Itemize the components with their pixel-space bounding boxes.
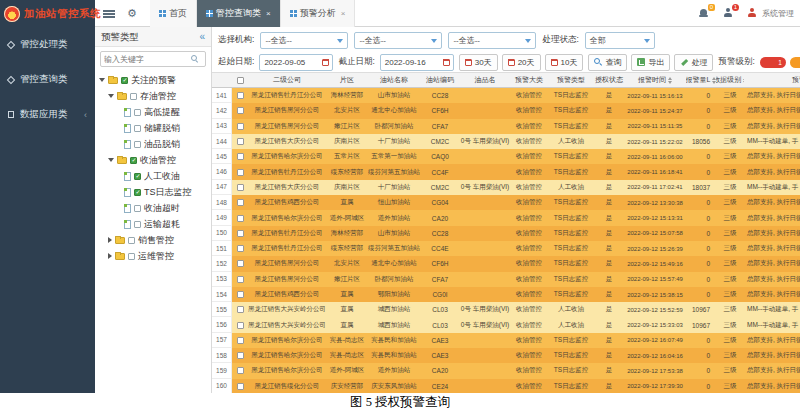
org-select-1[interactable]: --全选-- [260, 32, 348, 49]
row-checkbox[interactable] [237, 367, 244, 374]
tree-checkbox[interactable] [134, 173, 141, 180]
tab-管控查询类[interactable]: 管控查询类× [197, 0, 281, 27]
column-header-category[interactable]: 预警大类 [510, 73, 548, 87]
hamburger-menu-icon[interactable] [103, 10, 115, 18]
row-checkbox[interactable] [237, 260, 244, 267]
column-header-district[interactable]: 片区 [326, 73, 368, 87]
tree-node-油品脱销[interactable]: 油品脱销 [95, 136, 211, 152]
start-date-input[interactable]: 2022-09-05 [259, 54, 333, 71]
alert-level-pill-1[interactable]: 1 [760, 57, 786, 68]
tree-search-input[interactable] [104, 55, 189, 64]
row-checkbox[interactable] [237, 138, 244, 145]
alert-level-pill-2[interactable]: 2 [790, 57, 800, 68]
tree-node-人工收油[interactable]: 人工收油 [95, 168, 211, 184]
table-row[interactable]: 157黑龙江销售哈尔滨分公司宾县-尚志区宾县民和加油站CAE3收油管控TS日志监… [212, 333, 800, 348]
tree-checkbox[interactable] [121, 77, 128, 84]
tree-checkbox[interactable] [134, 221, 141, 228]
row-checkbox[interactable] [237, 184, 244, 191]
column-header-time[interactable]: 报警时间 [624, 73, 686, 87]
table-row[interactable]: 158黑龙江销售哈尔滨分公司宾县-尚志区宾县民和加油站CAE3收油管控TS日志监… [212, 348, 800, 363]
close-icon[interactable]: × [266, 9, 271, 18]
chevron-left-icon[interactable]: ‹ [84, 110, 87, 120]
table-row[interactable]: 160黑龙江销售绥化分公司庆安经营部庆安东风加油站CE24收油管控TS日志监控是… [212, 379, 800, 393]
row-checkbox[interactable] [237, 123, 244, 130]
导出-button[interactable]: 导出 [631, 54, 670, 71]
account-menu[interactable]: 系统管理 [747, 8, 794, 19]
range-button-20天[interactable]: 20天 [502, 54, 541, 71]
tree-checkbox[interactable] [134, 109, 141, 116]
table-row[interactable]: 142黑龙江销售黑河分公司北安片区通北中心加油站CF6H收油管控TS日志监控是2… [212, 103, 800, 118]
collapsed-arrow-icon[interactable] [108, 237, 112, 243]
column-header-company[interactable]: 二级公司 [248, 73, 326, 87]
notifications-button[interactable]: 0 [699, 8, 710, 19]
table-row[interactable]: 150黑龙江销售牡丹江分公司海林经营部山市加油站CC28收油管控TS日志监控是2… [212, 226, 800, 241]
column-header-volume[interactable]: 报警量L [686, 73, 716, 87]
table-row[interactable]: 144黑龙江销售大庆分公司庆南片区十厂加油站CM2C0号 车用柴油(VI)收油管… [212, 134, 800, 149]
row-checkbox[interactable] [237, 337, 244, 344]
table-row[interactable]: 145黑龙江销售哈尔滨分公司五常片区五常第一加油站CAQ0收油管控TS日志监控是… [212, 149, 800, 164]
table-row[interactable]: 146黑龙江销售牡丹江分公司绥东经营部绥芬河第五加油站CC4F收油管控TS日志监… [212, 164, 800, 179]
table-row[interactable]: 151黑龙江销售牡丹江分公司绥东经营部绥芬河第五加油站CC4E收油管控TS日志监… [212, 241, 800, 256]
table-row[interactable]: 159黑龙江销售哈尔滨分公司道外-阿城区道外加油站CA20收油管控TS日志监控是… [212, 363, 800, 378]
tree-node-储罐脱销[interactable]: 储罐脱销 [95, 120, 211, 136]
column-header-auth[interactable]: 授权状态 [594, 73, 624, 87]
close-icon[interactable]: × [341, 9, 346, 18]
column-header-code[interactable]: 油站编码 [420, 73, 460, 87]
tree-node-收油超时[interactable]: 收油超时 [95, 200, 211, 216]
tree-node-运维管控[interactable]: 运维管控 [95, 248, 211, 264]
table-row[interactable]: 156黑龙江销售大兴安岭分公司直属城西加油站CL030号 车用柴油(VI)收油管… [212, 317, 800, 332]
table-row[interactable]: 154黑龙江销售鸡西分公司直属鄂阳加油站CG0I收油管控TS日志监控是2022-… [212, 287, 800, 302]
row-checkbox[interactable] [237, 107, 244, 114]
tree-checkbox[interactable] [130, 93, 137, 100]
table-row[interactable]: 153黑龙江销售黑河分公司嫩江片区卧都河加油站CFA7收油管控TS日志监控是20… [212, 272, 800, 287]
table-row[interactable]: 143黑龙江销售黑河分公司嫩江片区卧都河加油站CFA7收油管控TS日志监控是20… [212, 119, 800, 134]
查询-button[interactable]: 查询 [588, 54, 627, 71]
column-header-type[interactable]: 预警类型 [548, 73, 594, 87]
range-button-30天[interactable]: 30天 [459, 54, 498, 71]
range-button-10天[interactable]: 10天 [545, 54, 584, 71]
row-checkbox[interactable] [237, 245, 244, 252]
tree-node-销售管控[interactable]: 销售管控 [95, 232, 211, 248]
end-date-input[interactable]: 2022-09-16 [380, 54, 454, 71]
row-checkbox[interactable] [237, 383, 244, 390]
gear-icon[interactable]: ⚙ [127, 8, 137, 19]
expanded-arrow-icon[interactable] [108, 94, 114, 98]
tree-node-高低提醒[interactable]: 高低提醒 [95, 104, 211, 120]
tree-node-运输超耗[interactable]: 运输超耗 [95, 216, 211, 232]
org-select-2[interactable]: --全选-- [354, 32, 442, 49]
tab-首页[interactable]: 首页 [150, 0, 197, 27]
tree-node-收油管控[interactable]: 收油管控 [95, 152, 211, 168]
table-row[interactable]: 141黑龙江销售牡丹江分公司海林经营部山市加油站CC28收油管控TS日志监控是2… [212, 88, 800, 103]
collapsed-arrow-icon[interactable] [108, 253, 112, 259]
row-checkbox[interactable] [237, 92, 244, 99]
table-row[interactable]: 155黑龙江销售大兴安岭分公司直属城西加油站CL030号 车用柴油(VI)收油管… [212, 302, 800, 317]
row-checkbox[interactable] [237, 215, 244, 222]
row-checkbox[interactable] [237, 291, 244, 298]
tree-node-TS日志监控[interactable]: TS日志监控 [95, 184, 211, 200]
tree-checkbox[interactable] [130, 157, 137, 164]
tree-checkbox[interactable] [134, 189, 141, 196]
table-row[interactable]: 149黑龙江销售哈尔滨分公司道外-阿城区道外加油站CA20收油管控TS日志监控是… [212, 210, 800, 225]
row-checkbox[interactable] [237, 322, 244, 329]
tree-node-关注的预警[interactable]: 关注的预警 [95, 72, 211, 88]
sidebar-item-数据应用类[interactable]: 数据应用类‹ [0, 97, 95, 132]
row-checkbox[interactable] [237, 230, 244, 237]
处理-button[interactable]: 处理 [674, 54, 713, 71]
row-checkbox[interactable] [237, 199, 244, 206]
sidebar-item-管控处理类[interactable]: 管控处理类 [0, 27, 95, 62]
tree-checkbox[interactable] [134, 125, 141, 132]
column-header-desc[interactable]: 预警描述 [744, 73, 800, 87]
tree-checkbox[interactable] [134, 205, 141, 212]
tree-checkbox[interactable] [134, 141, 141, 148]
table-row[interactable]: 147黑龙江销售大庆分公司庆南片区十厂加油站CM2C0号 车用柴油(VI)收油管… [212, 180, 800, 195]
column-header-station[interactable]: 油站名称 [368, 73, 420, 87]
sidebar-item-管控查询类[interactable]: 管控查询类 [0, 62, 95, 97]
org-select-3[interactable]: --全选-- [448, 32, 536, 49]
table-row[interactable]: 148黑龙江销售鸡西分公司直属恒山加油站CG04收油管控TS日志监控是2022-… [212, 195, 800, 210]
status-select[interactable]: 全部 [585, 32, 655, 49]
sort-icon[interactable] [668, 77, 672, 84]
row-checkbox[interactable] [237, 276, 244, 283]
expanded-arrow-icon[interactable] [108, 158, 114, 162]
row-checkbox[interactable] [237, 153, 244, 160]
row-checkbox[interactable] [237, 352, 244, 359]
